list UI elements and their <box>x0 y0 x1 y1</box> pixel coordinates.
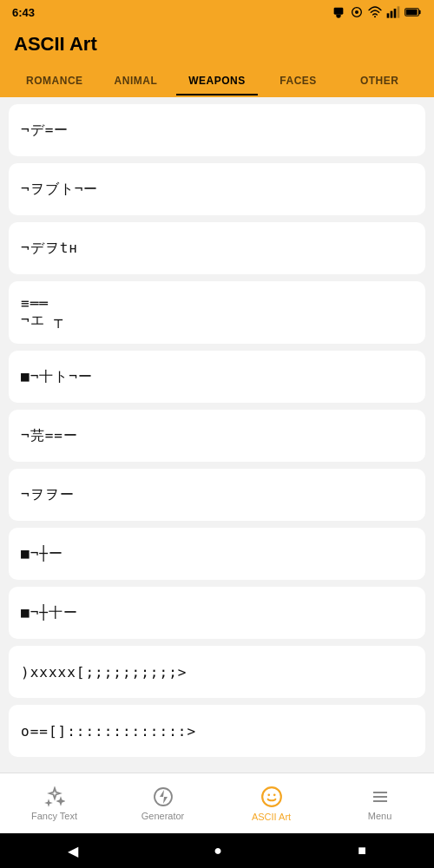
list-item[interactable]: ■¬十ト¬ー <box>9 351 425 403</box>
ascii-text: )xxxxx[;;;;;;;;;;> <box>21 664 187 681</box>
svg-point-12 <box>262 787 281 806</box>
ascii-text: ¬ヲヲー <box>21 486 75 504</box>
ascii-text: o==[]:::::::::::::> <box>21 723 196 740</box>
menu-icon <box>370 786 391 807</box>
page-title: ASCII Art <box>14 33 420 66</box>
nav-label-generator: Generator <box>141 811 185 821</box>
svg-rect-9 <box>418 10 420 14</box>
sparkle-icon <box>44 786 65 807</box>
nav-label-ascii-art: ASCII Art <box>252 812 291 822</box>
svg-rect-0 <box>334 8 344 15</box>
notification-icon <box>332 5 345 19</box>
tab-bar: ROMANCE ANIMAL WEAPONS FACES OTHER <box>14 66 420 97</box>
ascii-text: ≡══ ¬エ ┬ <box>21 295 63 330</box>
list-item[interactable]: ■¬┼ー <box>9 528 425 580</box>
ascii-text: ¬デヲtн <box>21 240 78 258</box>
system-nav-bar: ◀ ● ■ <box>0 833 434 868</box>
list-item[interactable]: ■¬┼十ー <box>9 587 425 639</box>
nav-item-ascii-art[interactable]: ASCII Art <box>217 773 326 833</box>
list-item[interactable]: ¬ヲヲー <box>9 469 425 521</box>
wifi-icon <box>368 5 382 19</box>
nav-item-generator[interactable]: Generator <box>108 773 217 833</box>
ascii-text: ¬ヲブト¬ー <box>21 181 98 199</box>
status-time: 6:43 <box>12 6 35 19</box>
ascii-text: ¬デ=ー <box>21 122 69 140</box>
back-button[interactable]: ◀ <box>68 843 78 859</box>
nav-label-fancy-text: Fancy Text <box>31 811 77 821</box>
svg-rect-10 <box>406 10 418 15</box>
svg-point-13 <box>267 793 270 796</box>
ascii-text: ■¬十ト¬ー <box>21 368 93 386</box>
ascii-text: ■¬┼十ー <box>21 604 78 622</box>
battery-icon <box>404 5 422 19</box>
status-icons <box>332 5 422 19</box>
bolt-icon <box>153 786 174 807</box>
list-item[interactable]: ¬芫==ー <box>9 410 425 462</box>
svg-point-3 <box>374 16 376 17</box>
list-item[interactable]: ≡══ ¬エ ┬ <box>9 281 425 344</box>
svg-rect-5 <box>391 11 393 18</box>
svg-rect-7 <box>398 6 400 17</box>
list-item[interactable]: )xxxxx[;;;;;;;;;;> <box>9 646 425 698</box>
list-item[interactable]: ¬デヲtн <box>9 222 425 274</box>
ascii-text: ■¬┼ー <box>21 545 63 563</box>
home-button[interactable]: ● <box>214 843 222 858</box>
tab-animal[interactable]: ANIMAL <box>95 66 177 95</box>
svg-point-14 <box>273 793 275 796</box>
location-icon <box>350 5 364 19</box>
nav-item-fancy-text[interactable]: Fancy Text <box>0 773 108 833</box>
header: ASCII Art ROMANCE ANIMAL WEAPONS FACES O… <box>0 24 434 97</box>
status-bar: 6:43 <box>0 0 434 24</box>
list-item[interactable]: o==[]:::::::::::::> <box>9 705 425 757</box>
tab-other[interactable]: OTHER <box>339 66 420 95</box>
nav-item-menu[interactable]: Menu <box>326 773 434 833</box>
signal-icon <box>386 5 400 19</box>
svg-rect-6 <box>394 9 397 18</box>
tab-weapons[interactable]: WEAPONS <box>176 66 258 95</box>
recents-button[interactable]: ■ <box>358 843 366 858</box>
tab-romance[interactable]: ROMANCE <box>14 66 95 95</box>
content-area: ¬デ=ー ¬ヲブト¬ー ¬デヲtн ≡══ ¬エ ┬ ■¬十ト¬ー ¬芫==ー … <box>0 97 434 773</box>
nav-label-menu: Menu <box>368 811 392 821</box>
list-item[interactable]: ¬デ=ー <box>9 104 425 156</box>
smiley-icon <box>260 786 283 808</box>
bottom-nav: Fancy Text Generator ASCII Art Menu <box>0 773 434 833</box>
ascii-text: ¬芫==ー <box>21 427 78 445</box>
svg-point-2 <box>355 10 358 14</box>
list-item[interactable]: ¬ヲブト¬ー <box>9 163 425 215</box>
svg-rect-4 <box>387 13 390 17</box>
tab-faces[interactable]: FACES <box>258 66 339 95</box>
